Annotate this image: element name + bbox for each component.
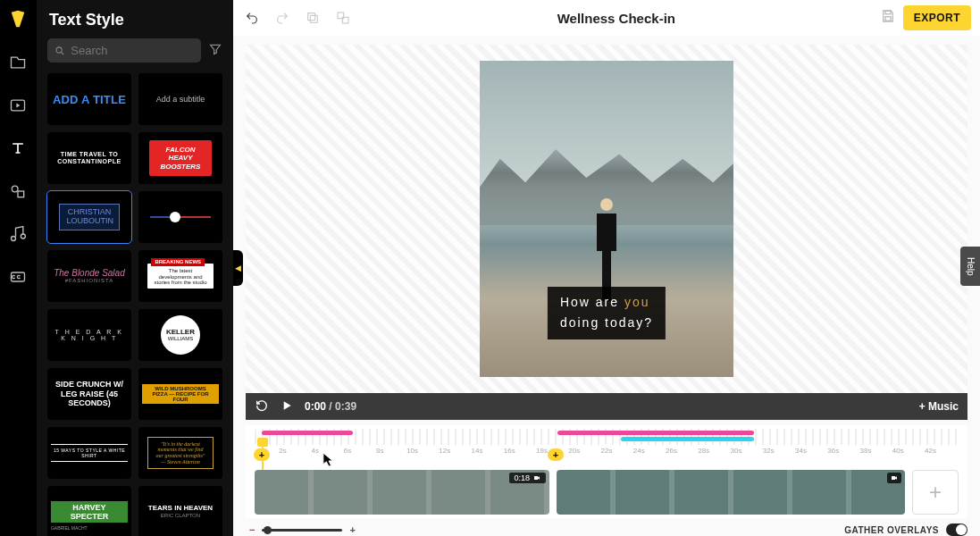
timeline: 2s4s6s8s10s12s14s16s18s20s22s24s26s28s30… [246,425,967,518]
duplicate-button[interactable] [303,8,322,28]
ruler-tick: 26s [666,447,677,455]
style-quote[interactable]: "It's in the darkest moments that we fin… [138,427,222,479]
audio-tab-icon[interactable] [5,222,30,247]
ruler-tick: 4s [312,447,319,455]
video-icon [890,474,899,482]
ruler-tick: 6s [344,447,351,455]
layers-icon [336,11,350,25]
style-time-travel[interactable]: TIME TRAVEL TO CONSTANTINOPLE [47,132,131,184]
filter-icon [208,42,222,56]
templates-tab-icon[interactable] [5,93,30,118]
clip-1[interactable]: 0:18 [255,470,549,515]
add-music-button[interactable]: + Music [919,400,959,413]
zoom-control: − + [249,524,356,535]
undo-button[interactable] [242,8,262,28]
svg-rect-10 [885,11,891,14]
ruler-tick: 8s [376,447,383,455]
help-tab[interactable]: Help [960,247,980,286]
gather-overlays-toggle[interactable] [946,523,967,536]
left-icon-rail [0,0,37,536]
overlay-bar[interactable] [621,437,755,441]
overlay-bar[interactable] [262,431,353,435]
add-marker-button[interactable]: + [254,448,270,461]
layer-button[interactable] [333,8,353,28]
redo-button[interactable] [272,8,292,28]
shapes-tab-icon[interactable] [5,179,30,204]
style-falcon[interactable]: FALCON HEAVY BOOSTERS [138,132,222,184]
save-icon [880,8,896,24]
save-button[interactable] [880,8,896,28]
undo-icon [245,11,259,25]
playbar: 0:00 / 0:39 + Music [246,393,967,420]
ruler-tick: 34s [795,447,807,455]
video-icon [532,474,541,482]
ruler-tick: 14s [472,447,483,455]
caption-overlay[interactable]: How are you doing today? [548,287,666,339]
style-dark-knight[interactable]: T H E D A R K K N I G H T [47,309,131,361]
zoom-slider-knob[interactable] [264,526,272,534]
video-preview: How are you doing today? [480,61,733,377]
svg-point-1 [13,186,19,192]
main-area: Wellness Check-in EXPORT How are you doi… [233,0,980,536]
style-white-shirt[interactable]: 15 WAYS TO STYLE A WHITE SHIRT [47,427,131,479]
rewind-button[interactable] [255,398,269,415]
ruler-tick: 24s [633,447,645,455]
topbar: Wellness Check-in EXPORT [233,0,980,36]
clip-duration-badge: 0:18 [509,473,546,483]
add-marker-button[interactable]: + [548,448,564,461]
panel-title: Text Style [37,0,233,38]
style-add-title[interactable]: ADD A TITLE [47,73,131,125]
ruler-tick: 42s [925,447,936,455]
ruler-tick: 16s [504,447,515,455]
add-clip-button[interactable]: + [912,470,959,515]
time-ruler[interactable]: 2s4s6s8s10s12s14s16s18s20s22s24s26s28s30… [255,447,959,466]
style-add-subtitle[interactable]: Add a subtitle [138,73,222,125]
preview-canvas[interactable]: How are you doing today? [246,45,967,393]
style-wild-mushrooms[interactable]: WILD MUSHROOMS PIZZA — RECIPE FOR FOUR [138,368,222,420]
style-harvey[interactable]: HARVEY SPECTERGABRIEL MACHT [47,486,131,536]
rewind-icon [255,398,269,413]
style-slider[interactable] [138,191,222,243]
project-title[interactable]: Wellness Check-in [353,11,880,26]
ruler-tick: 12s [439,447,450,455]
overlay-bar[interactable] [557,431,755,435]
ruler-tick: 36s [827,447,839,455]
ruler-tick: 40s [892,447,904,455]
zoom-out-button[interactable]: − [249,524,255,535]
style-blonde-salad[interactable]: The Blonde Salad#FASHIONISTA [47,250,131,302]
style-keller[interactable]: KELLERWILLIAMS [138,309,222,361]
timeline-footer: − + GATHER OVERLAYS [246,523,967,536]
clip-2[interactable] [557,470,905,515]
panel-collapse-handle[interactable]: ◀ [233,250,243,286]
svg-point-5 [56,46,62,52]
svg-rect-6 [310,15,317,22]
play-button[interactable] [280,398,294,415]
text-tab-icon[interactable] [5,136,30,161]
redo-icon [275,11,289,25]
style-side-crunch[interactable]: SIDE CRUNCH W/ LEG RAISE (45 SECONDS) [47,368,131,420]
zoom-in-button[interactable]: + [349,524,355,535]
clip-track: 0:18 + [255,470,959,515]
zoom-slider[interactable] [262,529,342,532]
style-louboutin[interactable]: CHRISTIANLOUBOUTIN [47,191,131,243]
svg-rect-11 [885,17,891,21]
captions-tab-icon[interactable] [5,264,30,289]
time-display: 0:00 / 0:39 [305,400,356,413]
ruler-tick: 20s [568,447,580,455]
text-style-panel: Text Style ADD A TITLE Add a subtitle TI… [37,0,233,536]
style-tears[interactable]: TEARS IN HEAVENERIC CLAPTON [138,486,222,536]
svg-rect-2 [18,191,24,197]
media-tab-icon[interactable] [5,50,30,75]
chevron-left-icon: ◀ [235,264,241,272]
ruler-tick: 18s [536,447,548,455]
overlay-track[interactable] [255,429,959,445]
clip-type-badge [887,473,901,483]
export-button[interactable]: EXPORT [903,5,971,30]
gather-overlays-label: GATHER OVERLAYS [844,525,939,535]
search-input[interactable] [71,44,194,57]
style-breaking-news[interactable]: The latest developments and stories from… [138,250,222,302]
search-box[interactable] [47,38,201,63]
ruler-tick: 38s [860,447,872,455]
ruler-tick: 32s [763,447,775,455]
filter-button[interactable] [208,42,222,60]
